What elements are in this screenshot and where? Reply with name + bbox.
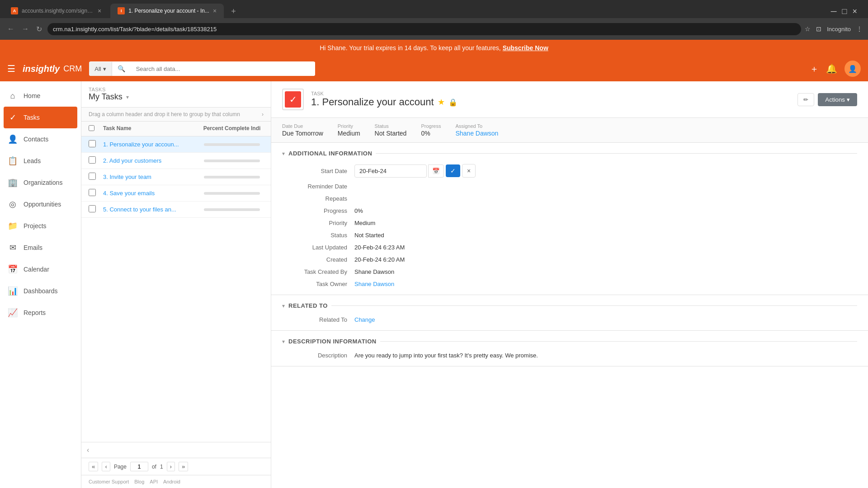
first-page-btn[interactable]: « (89, 462, 98, 471)
sidebar-item-tasks[interactable]: ✓ Tasks (4, 107, 77, 128)
trial-banner: Hi Shane. Your trial expires in 14 days.… (0, 40, 868, 56)
section-toggle-additional[interactable]: ▾ (282, 150, 285, 157)
task-row[interactable]: 5. Connect to your files an... (81, 202, 271, 218)
profile-icon[interactable]: ⊡ (816, 25, 821, 33)
tasks-dropdown-arrow[interactable]: ▾ (126, 94, 129, 100)
status-info-value: Not Started (354, 232, 857, 239)
sidebar-item-reports[interactable]: 📈 Reports (0, 302, 81, 324)
date-calendar-btn[interactable]: 📅 (428, 164, 444, 178)
footer-api[interactable]: API (150, 479, 158, 484)
hamburger-menu[interactable]: ☰ (7, 63, 15, 74)
browser-tab-2[interactable]: I 1. Personalize your account - In... × (110, 4, 224, 18)
additional-info-grid: Start Date 📅 ✓ × Reminder Date Repe (282, 164, 857, 287)
task-checkbox-3[interactable] (89, 173, 96, 180)
maximize-btn[interactable]: □ (842, 7, 847, 16)
task-checkbox-col-2 (89, 156, 103, 165)
task-row[interactable]: 3. Invite your team (81, 169, 271, 185)
search-bar[interactable]: All ▾ 🔍 (89, 61, 315, 76)
change-link[interactable]: Change (354, 316, 857, 323)
sidebar-item-organizations[interactable]: 🏢 Organizations (0, 172, 81, 193)
sidebar-item-dashboards[interactable]: 📊 Dashboards (0, 280, 81, 302)
task-table-header: Task Name Percent Complete Indi (81, 122, 271, 136)
close-tab-1[interactable]: × (98, 7, 101, 14)
task-checkbox-2[interactable] (89, 156, 96, 164)
minimize-btn[interactable]: ─ (831, 7, 837, 16)
date-cancel-btn[interactable]: × (462, 164, 476, 178)
sidebar-item-calendar[interactable]: 📅 Calendar (0, 258, 81, 280)
new-tab-btn[interactable]: + (226, 5, 241, 18)
new-tab-icon: + (231, 7, 236, 16)
task-name-2[interactable]: 2. Add your customers (103, 157, 200, 164)
section-title-related: RELATED TO (288, 302, 328, 309)
task-name-5[interactable]: 5. Connect to your files an... (103, 206, 200, 213)
task-row[interactable]: 1. Personalize your accoun... (81, 136, 271, 153)
user-avatar[interactable]: 👤 (844, 61, 861, 77)
leads-icon: 📋 (7, 155, 18, 166)
task-row[interactable]: 2. Add your customers (81, 153, 271, 169)
sidebar-item-leads[interactable]: 📋 Leads (0, 150, 81, 172)
task-name-1[interactable]: 1. Personalize your accoun... (103, 141, 200, 148)
sidebar-item-opportunities[interactable]: ◎ Opportunities (0, 193, 81, 215)
browser-tab-1[interactable]: A accounts.insightly.com/signup/ × (4, 4, 108, 18)
notifications-icon[interactable]: 🔔 (826, 63, 837, 74)
footer-customer-support[interactable]: Customer Support (89, 479, 129, 484)
footer-android[interactable]: Android (163, 479, 180, 484)
lock-icon: 🔒 (448, 98, 458, 107)
sidebar-item-home[interactable]: ⌂ Home (0, 85, 81, 107)
prev-page-btn[interactable]: ‹ (102, 462, 110, 471)
sidebar-label-opportunities: Opportunities (24, 201, 61, 208)
subscribe-link[interactable]: Subscribe Now (503, 44, 548, 52)
select-all-checkbox[interactable] (89, 125, 94, 131)
task-owner-value[interactable]: Shane Dawson (354, 281, 857, 287)
next-page-btn[interactable]: › (167, 462, 175, 471)
task-checkbox-4[interactable] (89, 189, 96, 196)
footer-blog[interactable]: Blog (134, 479, 144, 484)
page-number-input[interactable] (130, 462, 148, 471)
last-page-btn[interactable]: » (179, 462, 188, 471)
trial-text: Hi Shane. Your trial expires in 14 days.… (320, 44, 502, 52)
start-date-input[interactable] (354, 164, 427, 178)
progress-row: Progress 0% (282, 207, 857, 214)
section-title-additional: ADDITIONAL INFORMATION (288, 150, 372, 157)
browser-toolbar: ← → ↻ ☆ ⊡ Incognito ⋮ (0, 18, 868, 40)
section-title-description: DESCRIPTION INFORMATION (288, 338, 377, 345)
task-checkbox-col-1 (89, 140, 103, 149)
contacts-icon: 👤 (7, 134, 18, 145)
add-button[interactable]: ＋ (810, 63, 819, 75)
task-name-3[interactable]: 3. Invite your team (103, 174, 200, 180)
close-tab-2[interactable]: × (213, 7, 217, 14)
reload-btn[interactable]: ↻ (34, 23, 44, 35)
search-dropdown[interactable]: All ▾ (89, 62, 112, 76)
date-confirm-btn[interactable]: ✓ (446, 164, 460, 177)
sidebar-label-organizations: Organizations (24, 179, 62, 186)
sidebar-item-contacts[interactable]: 👤 Contacts (0, 128, 81, 150)
section-toggle-related[interactable]: ▾ (282, 303, 285, 309)
task-checkbox-5[interactable] (89, 205, 96, 212)
sidebar-item-emails[interactable]: ✉ Emails (0, 237, 81, 258)
browser-toolbar-right: ☆ ⊡ Incognito ⋮ (805, 25, 863, 33)
address-bar[interactable] (47, 23, 801, 35)
close-window-btn[interactable]: × (852, 7, 857, 16)
task-row[interactable]: 4. Save your emails (81, 185, 271, 202)
search-input[interactable] (131, 62, 316, 76)
task-name-4[interactable]: 4. Save your emails (103, 190, 200, 197)
star-icon[interactable]: ★ (438, 97, 445, 107)
forward-btn[interactable]: → (20, 23, 31, 35)
back-btn[interactable]: ← (5, 23, 16, 35)
assigned-to-value[interactable]: Shane Dawson (455, 130, 498, 137)
scroll-left-btn[interactable]: ‹ (85, 444, 91, 456)
menu-icon[interactable]: ⋮ (856, 25, 863, 33)
bookmark-icon[interactable]: ☆ (805, 25, 811, 33)
actions-button[interactable]: Actions ▾ (818, 93, 857, 106)
related-to-section: ▾ RELATED TO Related To Change (271, 295, 868, 331)
section-toggle-description[interactable]: ▾ (282, 338, 285, 345)
sidebar-item-projects[interactable]: 📁 Projects (0, 215, 81, 237)
task-detail-label: TASK (311, 91, 790, 96)
task-checkbox-1[interactable] (89, 140, 96, 147)
description-label: Description (282, 352, 354, 359)
task-owner-row: Task Owner Shane Dawson (282, 281, 857, 287)
created-row: Created 20-Feb-24 6:20 AM (282, 256, 857, 263)
expand-panel-btn[interactable]: › (262, 111, 264, 117)
edit-button[interactable]: ✏ (797, 93, 814, 106)
browser-tabs: A accounts.insightly.com/signup/ × I 1. … (0, 0, 868, 18)
